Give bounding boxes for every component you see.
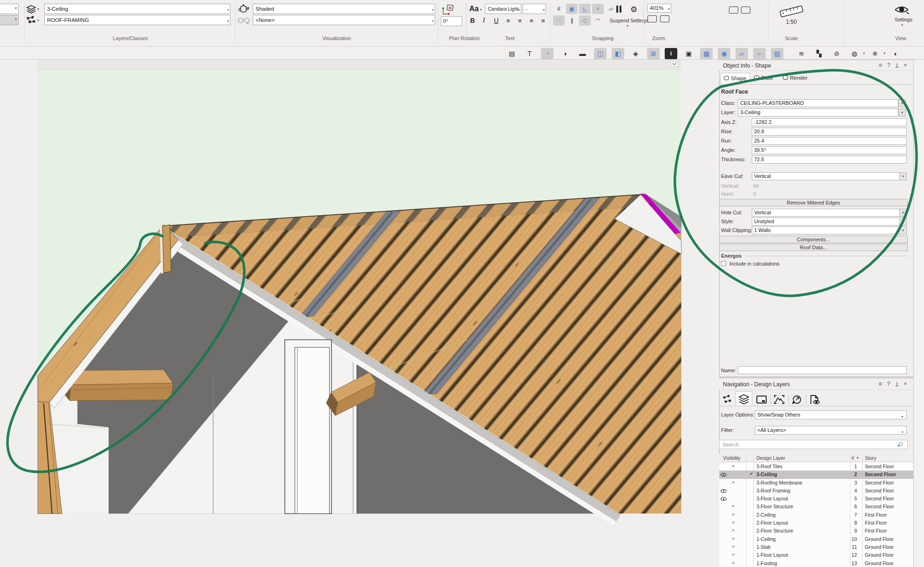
working-plane-snap-icon[interactable]: ▱: [605, 4, 617, 14]
rise-field[interactable]: 20.9: [752, 128, 907, 136]
design-layer-row[interactable]: ×1-Footing13Ground Floor: [719, 560, 913, 567]
underline-button[interactable]: U: [494, 17, 499, 24]
col-story[interactable]: Story: [865, 455, 877, 461]
italic-button[interactable]: I: [483, 17, 485, 24]
close-icon[interactable]: ×: [901, 381, 910, 387]
visibility-icon[interactable]: ◉: [718, 48, 730, 59]
design-layer-row[interactable]: ×3-Floor Structure6Second Floor: [719, 503, 913, 511]
style-combo[interactable]: Unstyled: [752, 218, 900, 225]
align-center-icon[interactable]: ≡: [518, 17, 522, 24]
tab-shape[interactable]: Shape: [721, 73, 750, 84]
design-layer-name[interactable]: 1-Footing: [756, 560, 777, 566]
design-layer-name[interactable]: 3-Roof Tiles: [756, 464, 782, 469]
stacked-layers-icon[interactable]: ≋: [795, 48, 808, 59]
table-header[interactable]: Visibility Design Layer # ▲ Story: [719, 454, 913, 462]
snap-distance-icon[interactable]: ∥: [566, 15, 578, 26]
navigation-title[interactable]: Navigation - Design Layers ≡?T×: [719, 379, 913, 390]
collapse-viewbar-button[interactable]: [670, 61, 678, 67]
view-filter-glasses-icon[interactable]: [237, 17, 251, 25]
filter-combo[interactable]: <All Layers>▼: [755, 426, 907, 435]
close-icon[interactable]: ×: [901, 62, 910, 68]
design-layer-name[interactable]: 1-Ceiling: [756, 536, 776, 542]
tab-render[interactable]: Render: [780, 73, 811, 84]
nav-tab-saved-views[interactable]: [808, 392, 822, 406]
design-layer-name[interactable]: 3-Roof Framing: [756, 488, 790, 493]
zoom-objects-icon[interactable]: [660, 15, 669, 22]
snapping-settings-gear-icon[interactable]: ⚙: [630, 5, 637, 14]
menu-icon[interactable]: ≡: [876, 62, 884, 68]
design-layer-row[interactable]: ×2-Floor Structure9First Floor: [719, 527, 913, 535]
visibility-cell[interactable]: [721, 496, 729, 501]
nav-tab-viewports[interactable]: [773, 392, 787, 406]
design-layer-name[interactable]: 3-Floor Layout: [756, 496, 788, 501]
help-icon[interactable]: ?: [884, 381, 893, 387]
design-layer-row[interactable]: 3-Floor Layout5Second Floor: [719, 495, 913, 503]
design-layer-name[interactable]: 2-Floor Structure: [756, 528, 793, 533]
pin-icon[interactable]: T: [893, 381, 901, 387]
invisible-mark[interactable]: ×: [732, 544, 738, 549]
hatch-fill-icon[interactable]: ▤: [506, 48, 518, 59]
invisible-mark[interactable]: ×: [732, 560, 738, 566]
smart-point-icon[interactable]: ×: [592, 4, 604, 14]
push-pull-icon[interactable]: ◧: [612, 48, 624, 59]
classes-icon[interactable]: [26, 16, 36, 24]
snap-object-icon[interactable]: ▣: [566, 4, 578, 14]
scale-ruler-icon[interactable]: [776, 4, 806, 17]
thickness-field[interactable]: 72.5: [752, 156, 907, 164]
drawing-canvas[interactable]: [0, 60, 719, 567]
design-layer-name[interactable]: 3-Roofing Membrane: [756, 480, 803, 485]
corner-marker-icon[interactable]: ⌐: [753, 48, 766, 59]
zoom-marquee-icon[interactable]: [647, 15, 657, 22]
view-filter-combo[interactable]: <None>▾: [253, 15, 435, 25]
roof-data-button[interactable]: Roof Data...: [719, 244, 908, 251]
tool-mode-combo[interactable]: ▾: [0, 4, 19, 14]
wall-clipping-combo[interactable]: 1 Walls: [752, 226, 900, 234]
design-layer-row[interactable]: 3-Roof Framing4Second Floor: [719, 487, 913, 495]
run-field[interactable]: 25.4: [752, 137, 907, 145]
smart-edge-icon[interactable]: ∷: [553, 15, 565, 26]
design-layer-row[interactable]: ×1-Ceiling10Ground Floor: [719, 535, 913, 543]
wall-clipping-dropdown-button[interactable]: ▼: [899, 226, 907, 234]
text-attributes-icon[interactable]: T: [523, 48, 536, 59]
suspend-snapping-pause-icon[interactable]: [616, 6, 623, 14]
hole-cut-dropdown-button[interactable]: ▼: [899, 209, 907, 217]
plan-rotation-value[interactable]: 0°: [441, 16, 462, 26]
col-design-layer[interactable]: Design Layer: [756, 455, 785, 461]
autosave-clock-icon[interactable]: ◔: [541, 48, 553, 59]
energos-include-checkbox[interactable]: [721, 261, 726, 266]
layer-options-combo[interactable]: Show/Snap Others▼: [755, 410, 907, 419]
design-layer-name[interactable]: 1-Slab: [756, 544, 770, 550]
active-layer-combo[interactable]: 3-Ceiling▾: [44, 4, 230, 14]
design-layer-name[interactable]: 3-Ceiling: [756, 471, 777, 477]
invisible-mark[interactable]: ×: [732, 519, 738, 525]
col-number[interactable]: #: [851, 455, 854, 461]
style-dropdown-button[interactable]: ▼: [899, 218, 907, 225]
class-combo[interactable]: CEILING-PLASTERBOARD: [738, 99, 898, 107]
invisible-mark[interactable]: ×: [732, 536, 738, 541]
chevron-down-icon[interactable]: ▾: [627, 24, 628, 28]
extrude-box-icon[interactable]: ▣: [682, 48, 695, 59]
eave-cut-dropdown-button[interactable]: ▼: [899, 172, 907, 180]
nav-tab-references[interactable]: [790, 392, 804, 406]
object-info-icon[interactable]: i: [665, 48, 677, 59]
hole-cut-combo[interactable]: Vertical: [752, 209, 900, 217]
text-style-aa[interactable]: Aa: [469, 5, 479, 13]
active-class-combo[interactable]: ROOF-FRAMING▾: [44, 15, 230, 25]
working-plane-icon[interactable]: ▱: [735, 48, 748, 59]
invisible-mark[interactable]: ×: [732, 463, 738, 469]
design-layer-name[interactable]: 1-Floor Layout: [756, 552, 788, 558]
design-layer-name[interactable]: 2-Ceiling: [756, 512, 776, 518]
view-settings-eye-icon[interactable]: [894, 4, 911, 16]
align-justify-icon[interactable]: ≡: [541, 17, 545, 24]
invisible-mark[interactable]: ×: [732, 552, 738, 557]
scale-value[interactable]: 1:50: [776, 19, 806, 25]
unified-view-icon[interactable]: ▦: [700, 48, 713, 59]
col-visibility[interactable]: Visibility: [723, 455, 741, 461]
texture-spray-icon[interactable]: ※: [869, 48, 881, 59]
menu-icon[interactable]: ≡: [876, 381, 884, 387]
zoom-level-combo[interactable]: 401%▾: [647, 4, 671, 13]
pin-icon[interactable]: T: [893, 62, 901, 68]
hide-details-icon[interactable]: ⊘: [830, 48, 843, 59]
quad-view-icon[interactable]: ⊞: [647, 48, 660, 59]
tab-data[interactable]: Data: [751, 73, 776, 84]
